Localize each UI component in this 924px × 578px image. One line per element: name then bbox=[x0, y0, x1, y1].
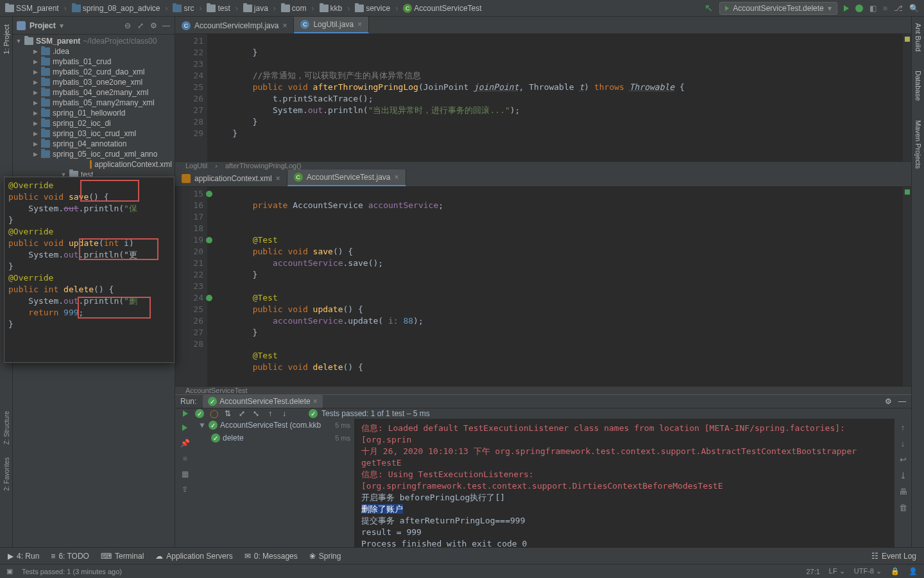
code-editor-top[interactable]: } //异常通知，可以获取到产生的具体异常信息 public void afte… bbox=[207, 34, 902, 161]
close-icon[interactable]: × bbox=[313, 397, 318, 406]
run-button[interactable] bbox=[844, 5, 849, 12]
terminal-tool-button[interactable]: ⌨ Terminal bbox=[101, 552, 144, 561]
code-editor-bottom[interactable]: private AccountService accountService; @… bbox=[207, 187, 902, 386]
messages-tool-button[interactable]: ✉ 0: Messages bbox=[244, 552, 298, 561]
close-icon[interactable]: × bbox=[276, 174, 280, 183]
tree-item[interactable]: applicationContext.xml bbox=[13, 159, 175, 170]
gear-icon[interactable]: ⚙ bbox=[149, 21, 158, 30]
project-tool-button[interactable]: 1: Project bbox=[3, 21, 10, 58]
close-icon[interactable]: × bbox=[357, 20, 362, 29]
tests-ok-icon[interactable]: ✓ bbox=[194, 408, 205, 419]
close-icon[interactable]: × bbox=[394, 173, 398, 182]
locate-icon[interactable]: ⤢ bbox=[136, 21, 145, 30]
sort-icon[interactable]: ⇅ bbox=[223, 408, 233, 419]
tree-item[interactable]: ▶mybatis_04_one2many_xml bbox=[13, 87, 175, 98]
structure-button[interactable]: Z: Structure bbox=[3, 411, 10, 444]
event-log-button[interactable]: ☷ Event Log bbox=[871, 552, 916, 561]
stop-button[interactable]: ■ bbox=[883, 4, 887, 13]
gutter[interactable]: 212223242526272829 bbox=[175, 34, 207, 161]
tool-windows-icon[interactable]: ▣ bbox=[6, 567, 13, 575]
coverage-button[interactable]: ◧ bbox=[869, 4, 877, 13]
clear-icon[interactable]: 🗑 bbox=[899, 503, 907, 512]
test-item[interactable]: ✓ delete 5 ms bbox=[194, 432, 354, 444]
tree-item[interactable]: ▶.idea bbox=[13, 46, 175, 57]
up-arrow-icon[interactable]: ↑ bbox=[901, 423, 905, 432]
git-icon[interactable]: ⎇ bbox=[894, 4, 903, 13]
down-icon[interactable]: ↓ bbox=[279, 408, 289, 419]
file-encoding[interactable]: UTF-8 ⌄ bbox=[854, 567, 882, 575]
editor-breadcrumb-bottom[interactable]: AccountServiceTest bbox=[175, 386, 911, 394]
expand-icon[interactable]: ⤢ bbox=[237, 408, 247, 419]
spring-tool-button[interactable]: ❀ Spring bbox=[309, 552, 341, 561]
tree-item[interactable]: ▶mybatis_02_curd_dao_xml bbox=[13, 67, 175, 77]
marker-stripe[interactable] bbox=[902, 187, 911, 386]
rerun-button[interactable] bbox=[180, 408, 191, 419]
breadcrumb-item[interactable]: SSM_parent bbox=[5, 4, 59, 13]
print-icon[interactable]: 🖶 bbox=[899, 487, 907, 496]
breadcrumb-item[interactable]: service bbox=[355, 4, 390, 13]
hide-icon[interactable]: — bbox=[898, 397, 906, 406]
lock-icon[interactable] bbox=[891, 567, 900, 575]
hide-icon[interactable]: — bbox=[162, 21, 171, 30]
search-icon[interactable]: 🔍 bbox=[909, 4, 919, 13]
layout-icon[interactable]: ▦ bbox=[180, 469, 190, 479]
run-tool-button[interactable]: ▶ 4: Run bbox=[8, 552, 39, 561]
collapse-icon[interactable]: ⤡ bbox=[251, 408, 261, 419]
play-icon bbox=[725, 6, 729, 11]
back-icon[interactable]: ↖ bbox=[705, 2, 713, 14]
inspector-icon[interactable]: 👤 bbox=[909, 567, 918, 575]
project-view-title[interactable]: Project bbox=[30, 21, 56, 30]
soft-wrap-icon[interactable]: ↩ bbox=[900, 455, 907, 464]
rerun-button[interactable] bbox=[180, 423, 190, 433]
app-servers-tool-button[interactable]: ☁ Application Servers bbox=[155, 552, 232, 561]
tree-item[interactable]: ▶spring_05_ioc_crud_xml_anno bbox=[13, 149, 175, 159]
breadcrumb-item[interactable]: com bbox=[281, 4, 307, 13]
gear-icon[interactable]: ⚙ bbox=[885, 397, 892, 406]
tab-application-context[interactable]: applicationContext.xml × bbox=[175, 171, 287, 186]
tab-account-service-test[interactable]: C AccountServiceTest.java × bbox=[287, 170, 406, 186]
tab-logutil[interactable]: C LogUtil.java × bbox=[294, 17, 369, 33]
maven-button[interactable]: Maven Projects bbox=[914, 120, 922, 169]
console-output[interactable]: 信息: Loaded default TestExecutionListener… bbox=[355, 419, 894, 554]
editor-breadcrumb-top[interactable]: LogUtil›afterThrowingPringLog() bbox=[175, 161, 911, 170]
down-arrow-icon[interactable]: ↓ bbox=[901, 439, 905, 448]
scroll-end-icon[interactable]: ⤓ bbox=[900, 471, 907, 480]
test-tree[interactable]: ▼ ✓ AccountServiceTest (com.kkb 5 ms ✓ d… bbox=[194, 419, 355, 554]
export-icon[interactable]: ⇪ bbox=[180, 484, 190, 495]
line-separator[interactable]: LF ⌄ bbox=[829, 567, 845, 575]
database-button[interactable]: Database bbox=[914, 71, 922, 101]
debug-button[interactable] bbox=[855, 4, 863, 12]
quick-definition-popup[interactable]: @Override public void save() { System.ou… bbox=[4, 177, 175, 363]
breadcrumb-item[interactable]: CAccountServiceTest bbox=[403, 4, 481, 13]
tree-item[interactable]: ▶mybatis_03_one2one_xml bbox=[13, 77, 175, 87]
collapse-icon[interactable]: ⊖ bbox=[123, 21, 132, 30]
close-icon[interactable]: × bbox=[282, 21, 287, 30]
tree-item[interactable]: ▶spring_02_ioc_di bbox=[13, 118, 175, 128]
project-root[interactable]: SSM_parent bbox=[36, 37, 80, 46]
tests-fail-icon[interactable]: ◯ bbox=[209, 408, 219, 419]
breadcrumb-item[interactable]: test bbox=[207, 4, 230, 13]
marker-stripe[interactable] bbox=[902, 34, 911, 161]
tree-item[interactable]: ▶spring_04_annotation bbox=[13, 139, 175, 149]
tree-item[interactable]: ▶spring_03_ioc_crud_xml bbox=[13, 128, 175, 139]
todo-tool-button[interactable]: ≡ 6: TODO bbox=[51, 552, 89, 561]
up-icon[interactable]: ↑ bbox=[265, 408, 275, 419]
tree-item[interactable]: ▶spring_01_helloworld bbox=[13, 108, 175, 118]
tree-item[interactable]: ▶mybatis_05_many2many_xml bbox=[13, 98, 175, 108]
stop-button[interactable]: ■ bbox=[180, 453, 190, 464]
tab-account-service-impl[interactable]: C AccountServiceImpl.java × bbox=[175, 18, 294, 33]
run-config-selector[interactable]: AccountServiceTest.delete ▾ bbox=[719, 2, 837, 15]
run-tab[interactable]: ✓ AccountServiceTest.delete × bbox=[203, 395, 322, 408]
chevron-down-icon[interactable]: ▾ bbox=[60, 21, 64, 30]
breadcrumb-item[interactable]: kkb bbox=[320, 4, 343, 13]
gutter[interactable]: 1516171819202122232425262728 bbox=[175, 187, 207, 386]
breadcrumb-item[interactable]: java bbox=[243, 4, 268, 13]
caret-position[interactable]: 27:1 bbox=[806, 568, 819, 575]
pin-icon[interactable]: 📌 bbox=[180, 438, 190, 448]
breadcrumb-item[interactable]: src bbox=[173, 4, 194, 13]
ant-build-button[interactable]: Ant Build bbox=[914, 23, 922, 51]
breadcrumb-item[interactable]: spring_08_aop_advice bbox=[72, 4, 160, 13]
tree-item[interactable]: ▶mybatis_01_crud bbox=[13, 57, 175, 67]
test-root[interactable]: ▼ ✓ AccountServiceTest (com.kkb 5 ms bbox=[194, 419, 354, 432]
favorites-button[interactable]: 2: Favorites bbox=[3, 457, 10, 491]
